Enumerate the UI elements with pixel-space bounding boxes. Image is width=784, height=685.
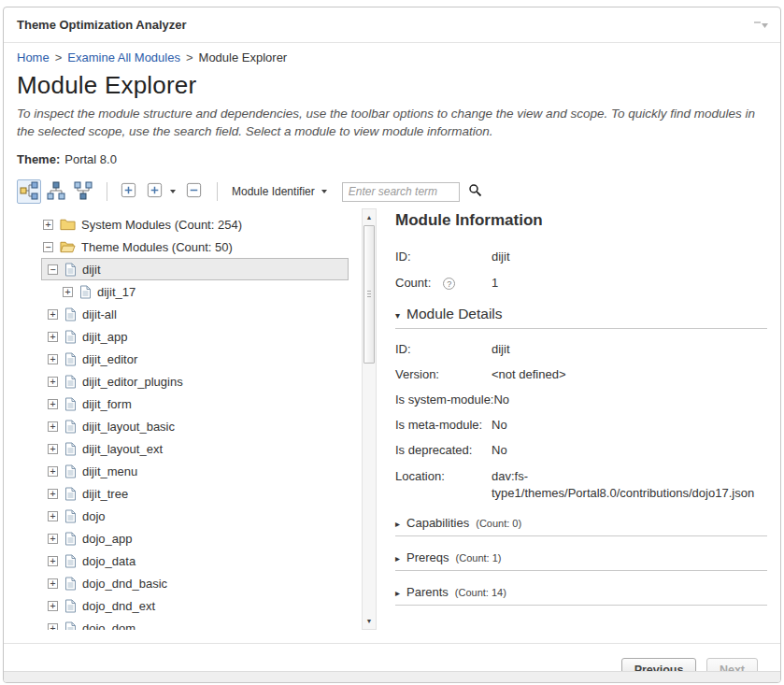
- section-header-capabilities[interactable]: ▸Capabilities(Count: 0): [395, 516, 767, 530]
- help-icon[interactable]: ?: [443, 278, 455, 290]
- section-title: Contributions: [406, 628, 492, 630]
- doc-icon: [64, 464, 77, 478]
- tree-item-dojo[interactable]: +dojo: [41, 505, 349, 527]
- doc-icon: [64, 577, 77, 591]
- tree-expand-icon[interactable]: +: [48, 354, 58, 364]
- breadcrumb-separator: >: [186, 50, 193, 64]
- tree-item-dijit-form[interactable]: +dijit_form: [41, 392, 349, 415]
- collapse-all-button[interactable]: [181, 179, 206, 204]
- tree-item-dijit-editor-plugins[interactable]: +dijit_editor_plugins: [41, 370, 349, 392]
- reverse-dependency-view-button[interactable]: [71, 179, 95, 204]
- breadcrumb-item[interactable]: Home: [17, 50, 50, 64]
- tree-scrollbar[interactable]: ▲ ▼: [362, 208, 377, 630]
- doc-icon: [64, 621, 77, 631]
- tree-item-dojo-data[interactable]: +dojo_data: [41, 549, 349, 572]
- chevron-down-icon: [170, 190, 176, 193]
- info-value: 1: [492, 275, 767, 292]
- tree-expand-icon[interactable]: +: [48, 578, 58, 589]
- section-header-parents[interactable]: ▸Parents(Count: 14): [395, 585, 767, 599]
- search-scope-dropdown[interactable]: Module Identifier: [226, 182, 333, 201]
- info-row: ID:dijit: [395, 249, 767, 265]
- tree-item-dijit-layout-basic[interactable]: +dijit_layout_basic: [41, 415, 349, 437]
- info-label: Is meta-module:: [395, 417, 492, 434]
- breadcrumb-item: Module Explorer: [199, 50, 288, 64]
- tree-expand-icon[interactable]: +: [48, 601, 58, 611]
- doc-icon: [64, 487, 77, 501]
- module-summary-rows: ID:dijitCount:?1: [395, 249, 767, 291]
- section-header-module-details[interactable]: ▾ Module Details: [395, 306, 767, 322]
- tree-item-dijit-all[interactable]: +dijit-all: [41, 303, 349, 325]
- tree-expand-icon[interactable]: +: [48, 489, 58, 499]
- theme-value: Portal 8.0: [64, 152, 117, 166]
- tree-item-dojo-app[interactable]: +dojo_app: [41, 527, 349, 549]
- tree-expand-icon[interactable]: +: [48, 309, 58, 320]
- tree-expand-icon[interactable]: +: [48, 556, 58, 566]
- tree-item-dojo-dnd-ext[interactable]: +dojo_dnd_ext: [41, 594, 349, 617]
- tree-expand-icon[interactable]: +: [48, 421, 58, 432]
- tree-item-dojo-dom[interactable]: +dojo_dom: [41, 617, 349, 630]
- tree-item-label: dijit_form: [82, 397, 132, 411]
- tree-view-button[interactable]: [17, 179, 41, 204]
- breadcrumb-separator: >: [55, 50, 63, 64]
- doc-icon: [64, 599, 77, 613]
- tree-expand-icon[interactable]: +: [48, 466, 58, 477]
- doc-icon: [64, 442, 77, 456]
- chevron-down-icon: ▾: [395, 310, 400, 321]
- window-bottom-bar: [4, 671, 780, 682]
- scroll-down-icon[interactable]: ▼: [363, 614, 376, 628]
- info-label: ID:: [395, 249, 492, 265]
- tree-item-label: dojo_dom: [82, 621, 135, 631]
- tree-expand-icon[interactable]: +: [48, 623, 58, 631]
- tree-expand-icon[interactable]: +: [48, 399, 58, 409]
- info-label: Count:?: [395, 275, 492, 292]
- info-row: Is system-module:No: [395, 392, 767, 408]
- info-label: Version:: [395, 366, 492, 383]
- toolbar-separator: [217, 182, 218, 201]
- page-description: To inspect the module structure and depe…: [17, 105, 767, 140]
- info-label: ID:: [395, 341, 492, 358]
- tree-item-label: Theme Modules (Count: 50): [81, 240, 233, 254]
- dependency-view-button[interactable]: [44, 179, 68, 204]
- tree-item-dijit-editor[interactable]: +dijit_editor: [41, 348, 349, 370]
- info-value: dijit: [492, 249, 767, 265]
- tree-expand-icon[interactable]: +: [48, 511, 58, 521]
- tree-item-dijit-tree[interactable]: +dijit_tree: [41, 482, 349, 505]
- info-row: Version:<not defined>: [395, 366, 767, 383]
- tree-expand-icon[interactable]: +: [63, 287, 73, 297]
- scrollbar-thumb[interactable]: [363, 225, 375, 364]
- info-row: Location:dav:fs-type1/themes/Portal8.0/c…: [395, 468, 767, 502]
- tree-item-theme-modules-count-50[interactable]: −Theme Modules (Count: 50): [36, 235, 349, 258]
- tree-item-dojo-dnd-basic[interactable]: +dojo_dnd_basic: [41, 572, 349, 594]
- tree-item-dijit[interactable]: −dijit: [41, 258, 349, 280]
- section-divider: [395, 535, 767, 536]
- doc-icon: [64, 397, 77, 411]
- portlet-menu-icon[interactable]: [752, 20, 769, 31]
- chevron-right-icon: ▸: [395, 553, 400, 564]
- tree-item-label: dijit_editor_plugins: [82, 375, 183, 389]
- info-panel-title: Module Information: [395, 211, 767, 230]
- search-input[interactable]: [342, 182, 460, 202]
- scroll-up-icon[interactable]: ▲: [363, 210, 376, 224]
- section-header-contributions[interactable]: ▾ Contributions: [395, 628, 767, 630]
- expand-all-button[interactable]: [116, 179, 140, 204]
- tree-item-dijit-layout-ext[interactable]: +dijit_layout_ext: [41, 437, 349, 460]
- search-button[interactable]: [468, 183, 482, 200]
- section-header-prereqs[interactable]: ▸Prereqs(Count: 1): [395, 550, 767, 564]
- tree-expand-icon[interactable]: +: [48, 534, 58, 544]
- tree-item-dijit-17[interactable]: +dijit_17: [56, 280, 349, 303]
- tree-expand-icon[interactable]: +: [48, 444, 58, 454]
- tree-item-dijit-menu[interactable]: +dijit_menu: [41, 460, 349, 482]
- expand-options-button[interactable]: [143, 179, 178, 204]
- tree-collapse-icon[interactable]: −: [43, 242, 53, 252]
- tree-expand-icon[interactable]: +: [48, 377, 58, 387]
- doc-icon: [64, 554, 77, 568]
- tree-item-dijit-app[interactable]: +dijit_app: [41, 325, 349, 348]
- doc-icon: [64, 307, 77, 321]
- tree-collapse-icon[interactable]: −: [48, 264, 58, 275]
- tree-item-system-modules-count-254[interactable]: +System Modules (Count: 254): [36, 213, 349, 235]
- tree-expand-icon[interactable]: +: [48, 332, 58, 342]
- info-value: dav:fs-type1/themes/Portal8.0/contributi…: [492, 468, 767, 502]
- tree-expand-icon[interactable]: +: [43, 220, 53, 230]
- section-divider: [395, 570, 767, 571]
- breadcrumb-item[interactable]: Examine All Modules: [67, 50, 180, 64]
